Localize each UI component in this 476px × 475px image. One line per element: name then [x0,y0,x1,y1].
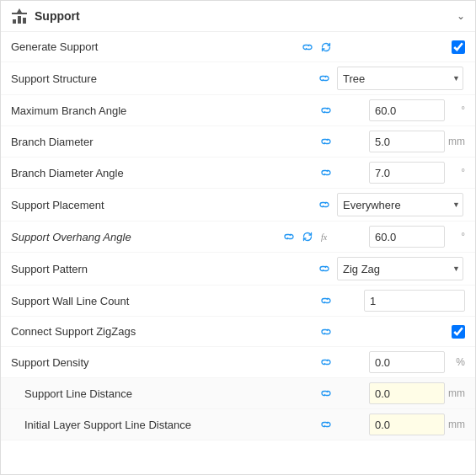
icons-generate-support [300,40,334,55]
unit-initial-layer-support-line-distance: mm [447,419,465,430]
select-wrapper-support-structure: TreeNormalOrganic [337,67,465,90]
link-icon[interactable] [318,293,334,308]
row-max-branch-angle: Maximum Branch Angle ° [1,95,475,126]
row-support-structure: Support Structure TreeNormalOrganic [1,62,475,95]
link-icon[interactable] [281,229,297,244]
icons-support-density [318,355,334,370]
collapse-icon[interactable]: ⌄ [457,10,465,22]
input-support-density[interactable] [369,351,445,373]
icons-branch-diameter-angle [318,165,334,180]
support-icon [11,8,28,24]
control-support-placement: EverywhereTouching BuildplateNowhere [337,193,465,216]
row-branch-diameter-angle: Branch Diameter Angle ° [1,157,475,189]
svg-rect-1 [18,16,21,24]
row-initial-layer-support-line-distance: Initial Layer Support Line Distance mm [1,409,475,440]
fx-icon[interactable]: fx [318,229,334,244]
input-unit-wrap-branch-diameter-angle: ° [369,162,465,184]
control-support-density: % [339,351,465,373]
link-icon[interactable] [318,165,334,180]
input-support-wall-line-count[interactable] [364,290,465,312]
icons-support-pattern [317,261,332,276]
link-icon[interactable] [318,355,334,370]
label-max-branch-angle: Maximum Branch Angle [11,104,318,117]
link-icon[interactable] [318,386,334,401]
control-support-line-distance: mm [339,382,465,404]
label-support-wall-line-count: Support Wall Line Count [11,295,318,307]
select-support-pattern[interactable]: Zig ZagLinesGridTrianglesConcentric [337,257,463,280]
input-unit-wrap-branch-diameter: mm [369,131,465,152]
unit-branch-diameter-angle: ° [447,167,465,179]
row-generate-support: Generate Support [1,32,475,62]
svg-rect-2 [23,18,26,24]
select-support-structure[interactable]: TreeNormalOrganic [337,67,463,90]
icons-support-placement [317,197,332,212]
link-icon[interactable] [318,324,334,339]
row-support-placement: Support Placement EverywhereTouching Bui… [1,189,475,221]
refresh-icon[interactable] [300,229,315,244]
control-branch-diameter: mm [339,131,465,152]
checkbox-generate-support[interactable] [452,40,465,54]
link-icon[interactable] [317,71,332,86]
link-icon[interactable] [317,261,332,276]
input-branch-diameter-angle[interactable] [369,162,445,184]
svg-rect-3 [12,13,27,14]
link-icon[interactable] [318,103,334,118]
icons-support-overhang-angle: fx [281,229,334,244]
unit-support-overhang-angle: ° [447,231,465,243]
link-icon[interactable] [318,134,334,149]
row-support-overhang-angle: Support Overhang Angle fx ° [1,221,475,253]
control-generate-support [339,40,465,54]
input-support-line-distance[interactable] [369,382,445,404]
svg-rect-0 [13,19,16,24]
row-support-wall-line-count: Support Wall Line Count [1,286,475,317]
icons-support-structure [317,71,332,86]
icons-connect-support-zigzags [318,324,334,339]
label-support-density: Support Density [11,356,318,369]
icons-initial-layer-support-line-distance [318,417,334,432]
control-support-wall-line-count [339,290,465,312]
link-icon[interactable] [317,197,332,212]
select-support-placement[interactable]: EverywhereTouching BuildplateNowhere [337,193,463,216]
row-branch-diameter: Branch Diameter mm [1,126,475,157]
label-branch-diameter: Branch Diameter [11,136,318,148]
link-icon[interactable] [300,40,315,55]
input-unit-wrap-support-overhang-angle: ° [369,226,465,248]
support-panel: Support ⌄ Generate Support Support Struc… [0,0,476,475]
unit-support-line-distance: mm [447,387,465,399]
label-support-pattern: Support Pattern [11,263,317,275]
select-wrapper-support-placement: EverywhereTouching BuildplateNowhere [337,193,465,216]
input-support-overhang-angle[interactable] [369,226,445,248]
label-initial-layer-support-line-distance: Initial Layer Support Line Distance [24,419,318,431]
select-wrapper-support-pattern: Zig ZagLinesGridTrianglesConcentric [337,257,465,280]
panel-title: Support [35,9,457,23]
label-support-line-distance: Support Line Distance [24,387,318,400]
unit-max-branch-angle: ° [447,104,465,116]
icons-max-branch-angle [318,103,334,118]
control-support-structure: TreeNormalOrganic [337,67,465,90]
label-support-placement: Support Placement [11,199,317,211]
icons-branch-diameter [318,134,334,149]
unit-support-density: % [447,356,465,368]
control-initial-layer-support-line-distance: mm [339,414,465,435]
label-connect-support-zigzags: Connect Support ZigZags [11,325,318,338]
refresh-icon[interactable] [318,40,334,55]
panel-header: Support ⌄ [1,1,475,32]
label-support-structure: Support Structure [11,72,317,85]
input-max-branch-angle[interactable] [369,99,445,121]
icons-support-wall-line-count [318,293,334,308]
label-generate-support: Generate Support [11,40,300,53]
label-branch-diameter-angle: Branch Diameter Angle [11,167,318,179]
row-connect-support-zigzags: Connect Support ZigZags [1,317,475,347]
input-unit-wrap-max-branch-angle: ° [369,99,465,121]
input-branch-diameter[interactable] [369,131,445,152]
input-unit-wrap-support-line-distance: mm [369,382,465,404]
svg-marker-4 [17,8,22,13]
checkbox-connect-support-zigzags[interactable] [452,325,465,339]
input-initial-layer-support-line-distance[interactable] [369,414,445,435]
input-unit-wrap-support-density: % [369,351,465,373]
control-support-pattern: Zig ZagLinesGridTrianglesConcentric [337,257,465,280]
control-connect-support-zigzags [339,325,465,339]
link-icon[interactable] [318,417,334,432]
svg-text:fx: fx [321,232,328,242]
panel-body: Generate Support Support Structure TreeN… [1,32,475,474]
